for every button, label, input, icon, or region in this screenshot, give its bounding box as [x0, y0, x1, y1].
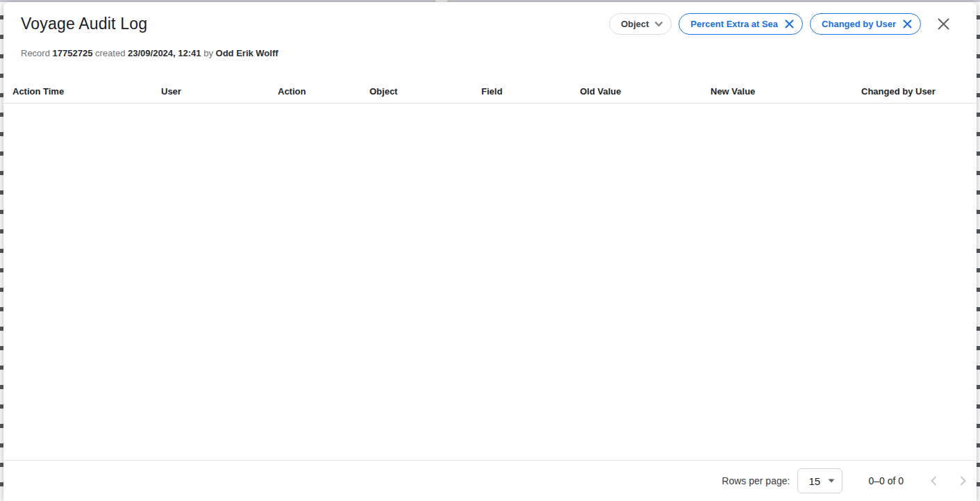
page-title: Voyage Audit Log [21, 15, 147, 33]
column-header-changed-by-user: Changed by User [852, 86, 977, 97]
rows-per-page-label: Rows per page: [722, 475, 790, 486]
chevron-left-icon[interactable] [925, 473, 942, 489]
background-page-sliver-right [977, 2, 980, 501]
created-at: 23/09/2024, 12:41 [128, 48, 201, 58]
object-filter-label: Object [621, 19, 649, 29]
remove-filter-icon[interactable] [902, 19, 913, 29]
object-filter-dropdown[interactable]: Object [609, 13, 672, 35]
audit-table-body [3, 104, 977, 460]
filter-chip-percent-extra-at-sea[interactable]: Percent Extra at Sea [679, 13, 803, 35]
chevron-right-icon[interactable] [955, 473, 972, 489]
pagination-bar: Rows per page: 15 0–0 of 0 [3, 460, 977, 501]
filter-chip-label: Percent Extra at Sea [690, 19, 778, 29]
filter-chip-row: Object Percent Extra at Sea Changed by U… [609, 13, 952, 35]
by-label: by [204, 48, 213, 58]
audit-table-header: Action Time User Action Object Field Old… [3, 80, 977, 104]
chevron-down-icon [655, 22, 663, 26]
close-icon[interactable] [934, 15, 952, 33]
column-header-field: Field [472, 86, 571, 97]
rows-per-page-value: 15 [808, 475, 820, 487]
voyage-audit-log-dialog: Voyage Audit Log Record 17752725 created… [3, 2, 977, 501]
record-id: 17752725 [53, 48, 93, 58]
filter-chip-label: Changed by User [822, 19, 896, 29]
select-caret-icon [828, 479, 835, 483]
rows-per-page-select[interactable]: 15 [797, 468, 842, 493]
column-header-object: Object [360, 86, 472, 97]
column-header-action-time: Action Time [3, 86, 152, 97]
record-label: Record [21, 48, 50, 58]
column-header-action: Action [269, 86, 360, 97]
column-header-new-value: New Value [701, 86, 852, 97]
column-header-old-value: Old Value [571, 86, 701, 97]
created-label: created [95, 48, 125, 58]
remove-filter-icon[interactable] [784, 19, 795, 29]
filter-chip-changed-by-user[interactable]: Changed by User [810, 13, 921, 35]
pagination-range: 0–0 of 0 [868, 475, 904, 486]
column-header-user: User [152, 86, 269, 97]
created-by: Odd Erik Wolff [216, 48, 279, 58]
record-summary: Record 17752725 created 23/09/2024, 12:4… [21, 48, 279, 58]
